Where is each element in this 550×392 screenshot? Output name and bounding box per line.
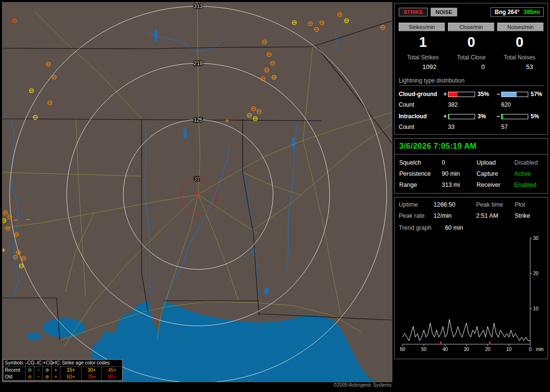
noises-per-min-button[interactable]: Noises/min: [497, 23, 544, 31]
upload-label: Upload: [477, 159, 514, 166]
svg-text:10: 10: [506, 347, 512, 352]
persistence-value: 90 min: [442, 170, 477, 177]
legend-col-ic-neg: -IC: [34, 360, 43, 367]
svg-text:50: 50: [421, 347, 427, 352]
squelch-value: 0: [442, 159, 477, 166]
age-90: 90+: [102, 374, 122, 380]
minus-icon: −: [34, 374, 43, 380]
noise-mode-button[interactable]: NOISE: [431, 8, 457, 16]
range-ring-label: 125: [194, 117, 203, 123]
svg-text:40: 40: [442, 347, 448, 352]
map-canvas[interactable]: 313219125 31: [2, 2, 392, 382]
circle-minus-icon: ⊖: [26, 374, 34, 380]
bearing-label: Bng 264°: [494, 9, 519, 15]
side-panel: STRIKE NOISE Bng 264°385mi Strikes/min C…: [394, 3, 548, 363]
cg-plus-bar: [448, 92, 475, 97]
minus-sign: −: [495, 91, 501, 98]
svg-text:60: 60: [400, 347, 405, 352]
plus-icon: +: [52, 374, 60, 380]
lake-pontchartrain: [43, 318, 86, 337]
circle-plus-icon: ⊕: [43, 374, 52, 380]
trend-event-mark: [489, 341, 491, 344]
svg-text:10: 10: [533, 306, 539, 311]
squelch-label: Squelch: [399, 159, 442, 166]
strikes-per-min-button[interactable]: Strikes/min: [399, 23, 445, 31]
ic-minus-pct: 5%: [528, 113, 546, 120]
trend-graph-window: 60 min: [445, 224, 463, 231]
system-clock: 3/6/2026 7:05:19 AM: [395, 139, 548, 154]
stats-box: STRIKE NOISE Bng 264°385mi Strikes/min C…: [394, 3, 548, 135]
intracloud-label: Intracloud: [399, 113, 442, 120]
legend-col-cg-pos: +CG: [43, 360, 52, 367]
cg-plus-count: 382: [448, 101, 475, 108]
total-close-value: 0: [447, 63, 495, 70]
strike-mode-button[interactable]: STRIKE: [399, 8, 428, 16]
ic-minus-count: 57: [501, 124, 528, 130]
legend-col-cg-neg: -CG: [26, 360, 34, 367]
legend-symbols-header: Symbols: [3, 360, 26, 367]
plus-sign: +: [442, 91, 448, 98]
cg-minus-bar: [501, 92, 528, 97]
total-strikes-label: Total Strikes: [399, 54, 447, 61]
svg-text:20: 20: [533, 271, 539, 276]
svg-text:20: 20: [485, 347, 491, 352]
plot-value: Strike: [515, 212, 544, 219]
range-label: Range: [399, 182, 442, 188]
legend-row-recent-label: Recent: [3, 367, 26, 374]
persistence-label: Persistence: [399, 170, 442, 177]
range-ring-label: 219: [194, 60, 203, 66]
peak-time-label: Peak time: [476, 201, 515, 208]
ic-plus-bar: [448, 114, 475, 119]
small-lake: [27, 333, 42, 340]
cg-count-label: Count: [399, 101, 442, 108]
trend-event-mark: [440, 341, 442, 344]
close-per-min-button[interactable]: Close/min: [448, 23, 494, 31]
trend-graph: 6050403020100min102030: [399, 234, 547, 355]
noises-per-min-value: 0: [495, 34, 544, 50]
minus-icon: −: [34, 367, 43, 374]
age-45: 45+: [102, 367, 122, 374]
capture-status: Active: [514, 170, 543, 177]
upload-status: Disabled: [514, 159, 543, 166]
plot-label: Plot: [515, 201, 544, 208]
receiver-label: Receiver: [477, 182, 514, 188]
ic-minus-bar: [501, 114, 528, 119]
uptime-value: 1266:50: [434, 201, 476, 208]
age-75: 75+: [82, 374, 102, 380]
lightning-map[interactable]: 313219125 31 Symbols -CG -IC +CG +IC Str…: [2, 2, 392, 382]
bearing-distance: 385mi: [523, 9, 540, 15]
age-60: 60+: [60, 374, 82, 380]
range-value: 313 mi: [442, 182, 477, 188]
plus-sign: +: [442, 113, 448, 120]
svg-text:30: 30: [533, 236, 539, 241]
ic-count-label: Count: [399, 124, 442, 130]
capture-label: Capture: [477, 170, 514, 177]
peak-time-value: 2:51 AM: [476, 212, 515, 219]
receiver-status: Enabled: [514, 182, 543, 188]
cg-minus-pct: 57%: [528, 91, 546, 98]
legend-col-ic-pos: +IC: [52, 360, 60, 367]
uptime-label: Uptime: [399, 201, 434, 208]
total-noises-label: Total Noises: [495, 54, 544, 61]
ic-plus-count: 33: [448, 124, 475, 130]
total-strikes-value: 1092: [399, 63, 447, 70]
trend-line: [403, 320, 530, 341]
trend-box: Uptime 1266:50 Peak time Plot Peak rate …: [394, 197, 548, 359]
peak-rate-value: 12/min: [434, 212, 476, 219]
total-close-label: Total Close: [447, 54, 495, 61]
range-ring-label: 313: [194, 3, 203, 9]
cg-minus-count: 620: [501, 101, 528, 108]
age-30: 30+: [82, 367, 102, 374]
circle-minus-icon: ⊖: [26, 367, 34, 374]
close-per-min-value: 0: [447, 34, 495, 50]
peak-rate-label: Peak rate: [399, 212, 434, 219]
cloud-ground-label: Cloud-ground: [399, 91, 442, 98]
svg-text:30: 30: [463, 347, 469, 352]
minus-sign: −: [495, 113, 501, 120]
strikes-per-min-value: 1: [399, 34, 447, 50]
plus-icon: +: [52, 367, 60, 374]
highway-label: 31: [194, 176, 200, 182]
distribution-title: Lightning type distribution: [399, 77, 544, 86]
status-box: 3/6/2026 7:05:19 AM Squelch 0 Upload Dis…: [394, 138, 548, 194]
svg-text:0: 0: [529, 347, 532, 352]
